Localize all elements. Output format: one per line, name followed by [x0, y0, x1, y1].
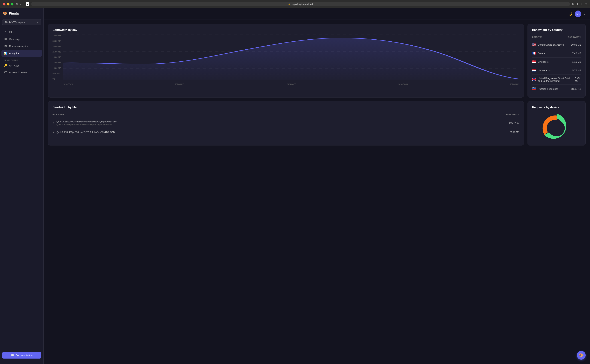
header-actions: 🌙 LK ⌄	[569, 11, 586, 17]
sidebar-logo: 🎨 Pinata	[0, 11, 43, 19]
y-label-1: 5.00 MB	[52, 72, 63, 74]
chart-x-labels: 2024-03-26 2024-03-27 2024-04-05 2024-04…	[63, 83, 519, 85]
file-bandwidth-2: 95.73 MB	[510, 131, 519, 134]
col-filename-header: FILE NAME	[52, 113, 64, 116]
y-label-2: 10.00 MB	[52, 67, 63, 69]
col-country-header: COUNTRY	[532, 36, 542, 38]
country-info-netherlands: 🇳🇱 Netherlands	[532, 68, 551, 72]
main-content: Bandwidth by day 40.00 MB 35.00 MB 30.00…	[44, 20, 590, 364]
top-grid: Bandwidth by day 40.00 MB 35.00 MB 30.00…	[48, 24, 586, 98]
file-names-1: QmYDKESi2ZeyGWdszkB6WiuMwv8xRpKxQfHposKR…	[57, 120, 117, 125]
sidebar-item-access-controls[interactable]: 🛡 Access Controls	[1, 69, 42, 76]
sidebar-toggle-icon[interactable]: ⊞	[16, 3, 18, 6]
browser-actions: ↻ ⬆ + ⊡	[572, 2, 587, 6]
sidebar-item-frames-analytics[interactable]: ⊟ Frames Analytics	[1, 43, 42, 50]
bandwidth-by-file-card: Bandwidth by file FILE NAME BANDWIDTH ↗ …	[48, 101, 524, 145]
file-name-primary-2: QmYSrJrV7sf2Qkc6S3LedJTKTZrTpfHhaDJsG3h4…	[57, 131, 115, 134]
x-label-1: 2024-03-26	[63, 83, 73, 85]
country-name-france: France	[538, 52, 545, 55]
bandwidth-by-day-title: Bandwidth by day	[52, 28, 519, 32]
file-link-icon-2: ↗	[52, 131, 55, 134]
maximize-button[interactable]	[11, 3, 13, 6]
country-row-usa: 🇺🇸 United States of America 80.88 MB	[532, 40, 581, 49]
file-table: FILE NAME BANDWIDTH ↗ QmYDKESi2ZeyGWdszk…	[52, 112, 519, 136]
sidebar-item-files[interactable]: ⌂ Files	[1, 29, 42, 35]
country-row-france: 🇫🇷 France 7.42 MB	[532, 49, 581, 58]
address-bar[interactable]: 🔒 app.devpinata.cloud	[32, 2, 570, 6]
theme-toggle-icon[interactable]: 🌙	[569, 12, 573, 16]
file-names-2: QmYSrJrV7sf2Qkc6S3LedJTKTZrTpfHhaDJsG3h4…	[57, 131, 115, 134]
country-info-singapore: 🇸🇬 Singapore	[532, 60, 549, 64]
bandwidth-usa: 80.88 MB	[571, 43, 581, 46]
country-info-uk: 🇬🇧 United Kingdom of Great Britain and N…	[532, 77, 575, 82]
sidebar-item-frames-analytics-label: Frames Analytics	[9, 45, 28, 48]
country-table-header: COUNTRY BANDWIDTH	[532, 34, 581, 40]
sidebar-item-api-keys[interactable]: 🔑 API Keys	[1, 62, 42, 69]
back-button[interactable]: ‹	[20, 3, 21, 6]
bandwidth-uk: 5.45 MB	[575, 77, 581, 82]
country-name-uk: United Kingdom of Great Britain and Nort…	[538, 77, 575, 82]
sidebar-item-analytics[interactable]: 📊 Analytics	[1, 50, 42, 57]
y-label-3: 15.00 MB	[52, 62, 63, 64]
requests-by-device-title: Requests by device	[532, 106, 581, 109]
developers-section-label: DEVELOPERS	[1, 57, 42, 62]
avatar[interactable]: LK	[575, 11, 581, 17]
flag-singapore: 🇸🇬	[532, 60, 536, 64]
file-info-1: ↗ QmYDKESi2ZeyGWdszkB6WiuMwv8xRpKxQfHpos…	[52, 120, 509, 125]
close-button[interactable]	[3, 3, 6, 6]
shield-icon: 🛡	[4, 71, 7, 74]
bottom-grid: Bandwidth by file FILE NAME BANDWIDTH ↗ …	[48, 101, 586, 145]
sidebar-item-gateways[interactable]: ⊞ Gateways	[1, 36, 42, 43]
country-name-usa: United States of America	[538, 43, 564, 46]
y-label-6: 30.00 MB	[52, 46, 63, 48]
country-info-russia: 🇷🇺 Russian Federation	[532, 87, 558, 91]
x-label-5: 2024-04-09	[510, 83, 519, 85]
new-tab-button[interactable]: +	[581, 2, 583, 6]
forward-button[interactable]: ›	[22, 3, 23, 6]
workspace-selector[interactable]: Pinnie's Workspace ⌄	[2, 19, 41, 25]
y-label-5: 25.00 MB	[52, 51, 63, 53]
sidebar: 🎨 Pinata Pinnie's Workspace ⌄ ⌂ Files ⊞ …	[0, 8, 44, 364]
sidebar-item-files-label: Files	[9, 31, 14, 34]
logo-icon: 🎨	[3, 11, 7, 16]
bandwidth-chart-container: 40.00 MB 35.00 MB 30.00 MB 25.00 MB 20.0…	[52, 34, 519, 85]
country-table: COUNTRY BANDWIDTH 🇺🇸 United States of Am…	[532, 34, 581, 93]
minimize-button[interactable]	[7, 3, 9, 6]
gateways-icon: ⊞	[4, 37, 7, 41]
user-menu-chevron-icon[interactable]: ⌄	[584, 12, 586, 15]
bandwidth-russia: 31.15 KB	[571, 88, 581, 90]
chat-bubble[interactable]: 🎨	[577, 351, 586, 360]
sidebar-item-api-keys-label: API Keys	[9, 64, 19, 67]
documentation-button[interactable]: 📖 Documentation	[2, 352, 41, 358]
file-row-1: ↗ QmYDKESi2ZeyGWdszkB6WiuMwv8xRpKxQfHpos…	[52, 118, 519, 128]
country-info-france: 🇫🇷 France	[532, 51, 545, 55]
avatar-initials: LK	[576, 13, 579, 15]
flag-usa: 🇺🇸	[532, 43, 536, 47]
doc-icon: 📖	[11, 354, 14, 357]
sidebar-bottom: 📖 Documentation	[0, 349, 43, 361]
analytics-icon: 📊	[4, 52, 7, 55]
file-bandwidth-1: 506.77 KB	[509, 122, 519, 124]
country-info-usa: 🇺🇸 United States of America	[532, 43, 564, 47]
flag-france: 🇫🇷	[532, 51, 536, 55]
donut-chart-container	[532, 112, 581, 141]
x-label-3: 2024-04-05	[287, 83, 296, 85]
country-row-uk: 🇬🇧 United Kingdom of Great Britain and N…	[532, 75, 581, 85]
country-name-netherlands: Netherlands	[538, 69, 551, 72]
y-label-4: 20.00 MB	[52, 56, 63, 58]
file-table-header: FILE NAME BANDWIDTH	[52, 112, 519, 117]
country-name-singapore: Singapore	[538, 60, 549, 63]
browser-nav-controls: ‹ ›	[20, 3, 23, 6]
doc-button-label: Documentation	[15, 354, 32, 357]
bandwidth-singapore: 1.11 MB	[572, 60, 581, 63]
flag-russia: 🇷🇺	[532, 87, 536, 91]
share-button[interactable]: ⬆	[576, 2, 579, 6]
url-text: app.devpinata.cloud	[292, 3, 313, 6]
refresh-button[interactable]: ↻	[572, 2, 574, 6]
col-bandwidth-file-header: BANDWIDTH	[506, 113, 519, 116]
fullscreen-button[interactable]: ⊡	[585, 2, 587, 6]
donut-chart-svg	[540, 112, 573, 141]
app-container: 🎨 Pinata Pinnie's Workspace ⌄ ⌂ Files ⊞ …	[0, 8, 590, 364]
flag-netherlands: 🇳🇱	[532, 68, 536, 72]
chat-bubble-icon: 🎨	[579, 353, 584, 358]
